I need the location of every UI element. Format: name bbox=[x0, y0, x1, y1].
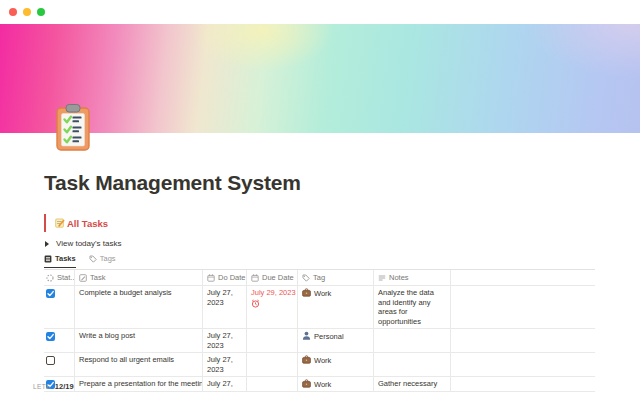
notes-cell[interactable] bbox=[374, 329, 451, 352]
due-date-text: July 29, 2023 bbox=[251, 288, 293, 298]
zoom-button[interactable] bbox=[37, 8, 45, 16]
status-cell[interactable] bbox=[44, 286, 75, 328]
close-button[interactable] bbox=[9, 8, 17, 16]
checkbox-checked[interactable] bbox=[46, 289, 55, 298]
column-header-due-date[interactable]: Due Date bbox=[247, 270, 298, 285]
checkbox-unchecked[interactable] bbox=[46, 356, 55, 365]
checkbox-checked[interactable] bbox=[46, 332, 55, 341]
window-titlebar bbox=[0, 0, 640, 24]
briefcase-icon bbox=[302, 379, 311, 388]
tag-label: Personal bbox=[314, 332, 344, 342]
table-row: Complete a budget analysisJuly 27, 2023J… bbox=[44, 286, 595, 329]
column-header-label: Do Date bbox=[218, 273, 246, 283]
tag-label: Work bbox=[314, 289, 331, 299]
tab-tasks[interactable]: Tasks bbox=[44, 254, 76, 268]
trailing-cell bbox=[451, 353, 595, 376]
calendar-icon bbox=[207, 274, 215, 282]
table-row: Prepare a presentation for the meetingJu… bbox=[44, 377, 595, 392]
tag-cell[interactable]: Personal bbox=[298, 329, 374, 352]
notes-cell[interactable]: Analyze the data and identify any areas … bbox=[374, 286, 451, 328]
page-title[interactable]: Task Management System bbox=[44, 171, 301, 195]
table-calc-footer[interactable]: LETE 12/19 bbox=[33, 382, 74, 391]
trailing-cell bbox=[451, 286, 595, 328]
calc-value: 12/19 bbox=[55, 382, 74, 391]
trailing-cell bbox=[451, 377, 595, 391]
trailing-cell bbox=[451, 329, 595, 352]
column-header-do-date[interactable]: Do Date bbox=[203, 270, 247, 285]
column-header-tag[interactable]: Tag bbox=[298, 270, 374, 285]
task-cell[interactable]: Complete a budget analysis bbox=[75, 286, 203, 328]
memo-icon bbox=[55, 218, 65, 228]
column-header-label: Due Date bbox=[262, 273, 294, 283]
do-date-cell[interactable]: July 27, 2023 bbox=[203, 329, 247, 352]
notes-icon bbox=[378, 274, 386, 282]
column-header-label: Notes bbox=[389, 273, 409, 283]
calc-label: LETE bbox=[33, 383, 51, 390]
due-date-cell[interactable]: July 29, 2023 bbox=[247, 286, 298, 328]
person-icon bbox=[302, 331, 311, 340]
table-row: Write a blog postJuly 27, 2023Personal bbox=[44, 329, 595, 353]
tab-label: Tags bbox=[100, 254, 116, 263]
status-cell[interactable] bbox=[44, 329, 75, 352]
do-date-cell[interactable]: July 27, 2023 bbox=[203, 353, 247, 376]
notes-cell[interactable]: Gather necessary bbox=[374, 377, 451, 391]
tag-icon bbox=[89, 255, 97, 263]
all-tasks-heading: All Tasks bbox=[44, 214, 108, 232]
column-header-task[interactable]: Task bbox=[75, 270, 203, 285]
table-header-row: Stat...TaskDo DateDue DateTagNotes bbox=[44, 270, 595, 286]
tag-cell[interactable]: Work bbox=[298, 377, 374, 391]
do-date-cell[interactable]: July 27, 2023 bbox=[203, 286, 247, 328]
column-header-notes[interactable]: Notes bbox=[374, 270, 451, 285]
status-cell[interactable] bbox=[44, 353, 75, 376]
tag-label: Work bbox=[314, 380, 331, 390]
tag-cell[interactable]: Work bbox=[298, 286, 374, 328]
briefcase-icon bbox=[302, 288, 311, 297]
tasks-table: Stat...TaskDo DateDue DateTagNotes Compl… bbox=[44, 269, 595, 392]
status-icon bbox=[46, 274, 54, 282]
column-header-label: Tag bbox=[313, 273, 325, 283]
table-row: Respond to all urgent emailsJuly 27, 202… bbox=[44, 353, 595, 377]
all-tasks-label: All Tasks bbox=[67, 218, 108, 229]
tag-label: Work bbox=[314, 356, 331, 366]
due-date-cell[interactable] bbox=[247, 353, 298, 376]
calendar-icon bbox=[251, 274, 259, 282]
briefcase-icon bbox=[302, 355, 311, 364]
column-header-label: Stat... bbox=[57, 273, 75, 283]
task-cell[interactable]: Prepare a presentation for the meeting bbox=[75, 377, 203, 391]
due-date-cell[interactable] bbox=[247, 377, 298, 391]
reminder-alarm-icon bbox=[251, 299, 293, 311]
page-cover-image[interactable] bbox=[0, 24, 640, 133]
due-date-cell[interactable] bbox=[247, 329, 298, 352]
toggle-label: View today's tasks bbox=[56, 239, 121, 248]
tab-tags[interactable]: Tags bbox=[89, 254, 116, 267]
task-cell[interactable]: Respond to all urgent emails bbox=[75, 353, 203, 376]
tab-label: Tasks bbox=[55, 254, 76, 263]
column-header-trailing bbox=[451, 270, 595, 285]
minimize-button[interactable] bbox=[23, 8, 31, 16]
clipboard-icon[interactable] bbox=[54, 102, 92, 152]
table-view-icon bbox=[44, 255, 52, 263]
table-body: Complete a budget analysisJuly 27, 2023J… bbox=[44, 286, 595, 392]
notes-cell[interactable] bbox=[374, 353, 451, 376]
task-cell[interactable]: Write a blog post bbox=[75, 329, 203, 352]
column-header-stat-[interactable]: Stat... bbox=[44, 270, 75, 285]
column-header-label: Task bbox=[90, 273, 105, 283]
tag-icon bbox=[302, 274, 310, 282]
tag-cell[interactable]: Work bbox=[298, 353, 374, 376]
toggle-today-tasks[interactable]: View today's tasks bbox=[45, 239, 121, 248]
toggle-triangle-icon[interactable] bbox=[45, 241, 49, 247]
view-tabs: TasksTags bbox=[44, 254, 116, 269]
do-date-cell[interactable]: July 27, bbox=[203, 377, 247, 391]
pencil-square-icon bbox=[79, 274, 87, 282]
